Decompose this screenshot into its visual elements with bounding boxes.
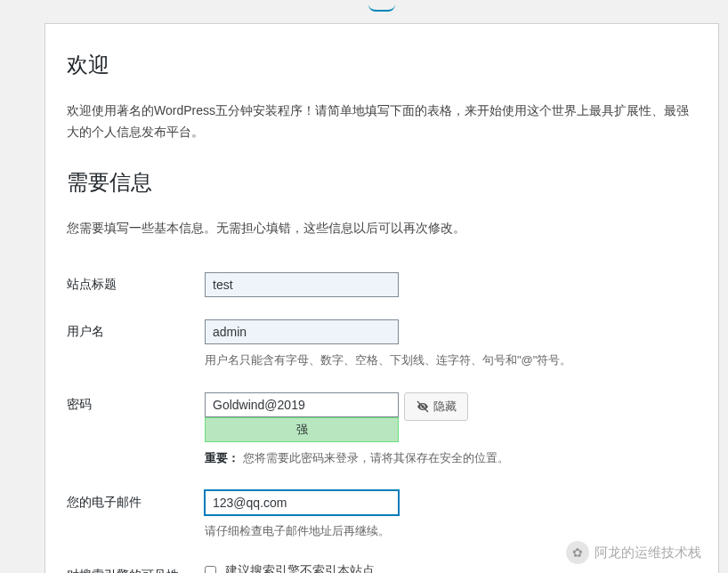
username-input[interactable] — [205, 319, 399, 344]
username-label: 用户名 — [67, 311, 205, 383]
username-hint: 用户名只能含有字母、数字、空格、下划线、连字符、句号和"@"符号。 — [205, 351, 697, 370]
search-visibility-checkbox[interactable] — [205, 566, 216, 573]
email-label: 您的电子邮件 — [67, 481, 205, 554]
wordpress-logo — [44, 0, 719, 23]
search-visibility-label: 对搜索引擎的可见性 — [67, 554, 205, 573]
install-card: 欢迎 欢迎使用著名的WordPress五分钟安装程序！请简单地填写下面的表格，来… — [44, 23, 719, 573]
password-strength-meter: 强 — [205, 417, 399, 442]
required-info-heading: 需要信息 — [67, 168, 697, 197]
hide-password-button[interactable]: 隐藏 — [404, 392, 468, 421]
password-label: 密码 — [67, 383, 205, 481]
site-title-input[interactable] — [205, 272, 399, 297]
welcome-text: 欢迎使用著名的WordPress五分钟安装程序！请简单地填写下面的表格，来开始使… — [67, 101, 697, 143]
search-visibility-checkbox-label[interactable]: 建议搜索引擎不索引本站点 — [205, 563, 375, 573]
hide-password-label: 隐藏 — [433, 399, 457, 415]
password-important: 重要： 您将需要此密码来登录，请将其保存在安全的位置。 — [205, 449, 697, 468]
email-hint: 请仔细检查电子邮件地址后再继续。 — [205, 522, 697, 541]
welcome-heading: 欢迎 — [67, 51, 697, 79]
password-input[interactable] — [205, 392, 399, 417]
email-input[interactable] — [205, 490, 399, 515]
site-title-label: 站点标题 — [67, 263, 205, 311]
eye-slash-icon — [416, 399, 430, 414]
required-info-text: 您需要填写一些基本信息。无需担心填错，这些信息以后可以再次修改。 — [67, 218, 697, 239]
